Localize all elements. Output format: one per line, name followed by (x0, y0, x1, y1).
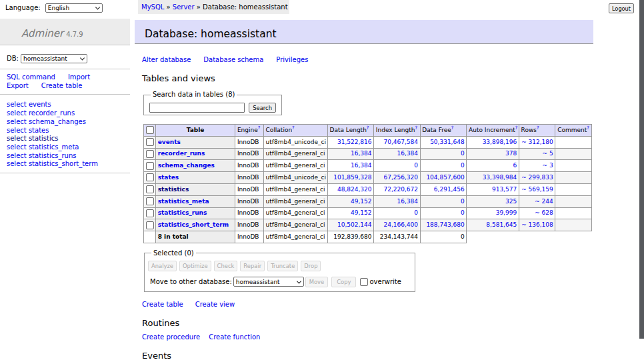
cell-auto-increment-link[interactable]: 325 (505, 198, 517, 205)
cell-auto-increment-link[interactable]: 39,999 (496, 209, 517, 216)
cell-rows-link[interactable]: ~ 569,159 (521, 186, 553, 193)
optimize-button[interactable]: Optimize (179, 261, 211, 271)
select-link-statistics_meta[interactable]: select (7, 143, 27, 151)
row-checkbox-states[interactable] (146, 173, 154, 181)
table-link-statistics_short_term[interactable]: statistics_short_term (29, 160, 98, 167)
breadcrumb-link[interactable]: Server (173, 3, 195, 11)
cell-rows-link[interactable]: ~ 244 (535, 198, 553, 205)
cell-index-length-link[interactable]: 0 (414, 209, 418, 216)
cell-auto-increment-link[interactable]: 913,577 (492, 186, 517, 193)
cell-data-length-link[interactable]: 10,502,144 (337, 221, 372, 228)
cell-data-length-link[interactable]: 16,384 (351, 162, 372, 169)
row-checkbox-statistics_meta[interactable] (146, 197, 154, 205)
cell-auto-increment-link[interactable]: 6 (513, 162, 517, 169)
cell-rows-link[interactable]: ~ 312,180 (521, 139, 553, 145)
table-link-statistics_meta[interactable]: statistics_meta (29, 143, 79, 151)
nav-link-database-schema[interactable]: Database schema (203, 56, 263, 63)
cell-data-free-link[interactable]: 0 (461, 198, 465, 205)
scrollbar-thumb[interactable] (639, 0, 644, 339)
link-create-procedure[interactable]: Create procedure (142, 333, 200, 341)
db-select[interactable]: homeassistant (21, 54, 87, 63)
nav-link-privileges[interactable]: Privileges (276, 56, 308, 63)
sidebar-action-sql-command[interactable]: SQL command (7, 73, 55, 82)
row-checkbox-statistics_short_term[interactable] (146, 221, 154, 229)
doc-help-link[interactable]: ? (515, 125, 518, 131)
cell-index-length-link[interactable]: 72,220,672 (383, 186, 418, 193)
analyze-button[interactable]: Analyze (148, 261, 177, 271)
select-link-events[interactable]: select (7, 101, 27, 108)
cell-rows-link[interactable]: ~ 3 (543, 162, 553, 169)
table-link-events[interactable]: events (29, 101, 51, 108)
structure-link-statistics_short_term[interactable]: statistics_short_term (158, 221, 229, 228)
overwrite-checkbox[interactable] (360, 278, 368, 286)
structure-link-states[interactable]: states (158, 174, 179, 181)
search-input[interactable] (149, 103, 245, 113)
doc-help-link[interactable]: ? (537, 125, 539, 131)
cell-auto-increment-link[interactable]: 8,581,645 (486, 221, 517, 228)
cell-data-free-link[interactable]: 104,857,600 (426, 174, 464, 181)
cell-index-length-link[interactable]: 24,166,400 (383, 221, 418, 228)
structure-link-recorder_runs[interactable]: recorder_runs (158, 150, 205, 157)
copy-button[interactable]: Copy (331, 277, 356, 287)
cell-data-length-link[interactable]: 31,522,816 (337, 139, 372, 145)
cell-index-length-link[interactable]: 70,467,584 (383, 139, 418, 145)
move-db-select[interactable]: homeassistant (233, 277, 304, 287)
move-button[interactable]: Move (305, 277, 328, 287)
cell-auto-increment-link[interactable]: 33,398,984 (483, 174, 517, 181)
cell-index-length-link[interactable]: 16,384 (397, 198, 418, 205)
cell-index-length-link[interactable]: 67,256,320 (383, 174, 418, 181)
cell-data-free-link[interactable]: 188,743,680 (426, 221, 464, 228)
cell-data-free-link[interactable]: 0 (461, 150, 465, 157)
breadcrumb-link[interactable]: MySQL (141, 3, 164, 11)
structure-link-events[interactable]: events (158, 139, 181, 145)
search-button[interactable]: Search (249, 103, 276, 113)
cell-rows-link[interactable]: ~ 5 (543, 150, 553, 157)
cell-data-length-link[interactable]: 49,152 (351, 198, 372, 205)
doc-help-link[interactable]: ? (587, 125, 589, 131)
link-create-view[interactable]: Create view (195, 301, 235, 308)
select-link-states[interactable]: select (7, 127, 27, 134)
structure-link-statistics[interactable]: statistics (158, 186, 189, 193)
link-create-table[interactable]: Create table (142, 301, 183, 308)
row-checkbox-statistics[interactable] (146, 185, 154, 193)
select-link-statistics_short_term[interactable]: select (7, 160, 27, 167)
select-link-statistics_runs[interactable]: select (7, 152, 27, 159)
cell-data-free-link[interactable]: 0 (461, 162, 465, 169)
cell-rows-link[interactable]: ~ 299,833 (521, 174, 553, 181)
cell-rows-link[interactable]: ~ 136,108 (521, 221, 553, 228)
nav-link-alter-database[interactable]: Alter database (142, 56, 191, 63)
select-link-recorder_runs[interactable]: select (7, 109, 27, 117)
select-link-schema_changes[interactable]: select (7, 118, 27, 125)
cell-auto-increment-link[interactable]: 33,898,196 (483, 139, 517, 145)
cell-data-length-link[interactable]: 49,152 (351, 209, 372, 216)
cell-index-length-link[interactable]: 0 (414, 162, 418, 169)
cell-data-length-link[interactable]: 48,824,320 (337, 186, 372, 193)
structure-link-statistics_runs[interactable]: statistics_runs (158, 209, 207, 216)
check-button[interactable]: Check (214, 261, 238, 271)
cell-data-free-link[interactable]: 0 (461, 209, 465, 216)
sidebar-action-export[interactable]: Export (7, 82, 29, 91)
cell-data-length-link[interactable]: 101,859,328 (333, 174, 371, 181)
structure-link-schema_changes[interactable]: schema_changes (158, 162, 215, 169)
table-link-states[interactable]: states (29, 127, 49, 134)
table-link-recorder_runs[interactable]: recorder_runs (29, 109, 75, 117)
doc-help-link[interactable]: ? (292, 125, 295, 131)
select-link-statistics[interactable]: select (7, 135, 27, 142)
doc-help-link[interactable]: ? (415, 125, 418, 131)
cell-auto-increment-link[interactable]: 378 (505, 150, 517, 157)
row-checkbox-recorder_runs[interactable] (146, 150, 154, 158)
row-checkbox-events[interactable] (146, 138, 154, 146)
adminer-logo-link[interactable]: Adminer (21, 27, 63, 39)
table-link-statistics_runs[interactable]: statistics_runs (29, 152, 77, 159)
doc-help-link[interactable]: ? (451, 125, 454, 131)
language-select[interactable]: English (45, 3, 103, 13)
cell-index-length-link[interactable]: 16,384 (397, 150, 418, 157)
doc-help-link[interactable]: ? (367, 125, 369, 131)
sidebar-action-create-table[interactable]: Create table (41, 82, 83, 91)
structure-link-statistics_meta[interactable]: statistics_meta (158, 198, 209, 205)
drop-button[interactable]: Drop (301, 261, 321, 271)
truncate-button[interactable]: Truncate (267, 261, 298, 271)
row-checkbox-schema_changes[interactable] (146, 162, 154, 170)
repair-button[interactable]: Repair (240, 261, 265, 271)
cell-data-free-link[interactable]: 50,331,648 (430, 139, 465, 145)
